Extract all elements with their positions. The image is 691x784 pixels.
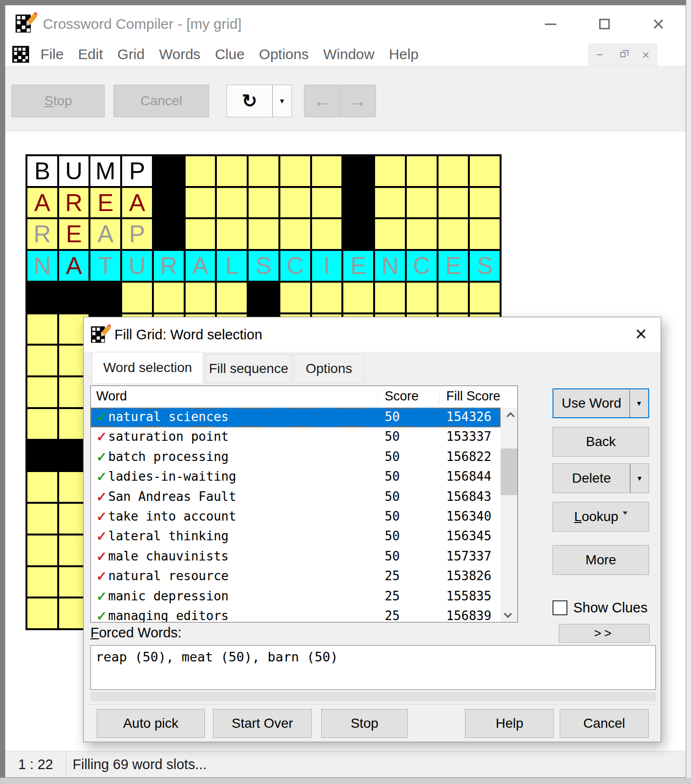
grid-cell[interactable] (375, 283, 405, 312)
column-header-fill-score[interactable]: Fill Score (446, 389, 501, 404)
grid-cell[interactable] (27, 346, 57, 375)
grid-cell[interactable] (470, 188, 500, 218)
more-button[interactable]: More (553, 545, 649, 575)
word-list-row[interactable]: ✓saturation point50153337 (91, 427, 501, 447)
delete-button[interactable]: Delete ▼ (553, 463, 649, 493)
grid-cell[interactable] (186, 283, 215, 312)
grid-cell[interactable]: C (407, 251, 437, 281)
grid-cell[interactable]: S (470, 251, 500, 281)
grid-cell[interactable] (27, 598, 57, 628)
grid-cell[interactable]: R (59, 188, 89, 218)
menu-clue[interactable]: Clue (208, 43, 252, 66)
grid-cell[interactable] (186, 156, 215, 186)
grid-cell[interactable] (27, 567, 57, 597)
grid-cell[interactable] (470, 156, 500, 186)
word-list-row[interactable]: ✓manic depression25155835 (91, 587, 501, 607)
refill-dropdown[interactable]: ▼ (273, 85, 291, 117)
grid-cell[interactable]: T (90, 251, 120, 281)
grid-cell[interactable] (217, 156, 247, 186)
grid-cell[interactable] (312, 156, 342, 186)
grid-cell[interactable] (27, 283, 57, 312)
grid-cell[interactable] (154, 156, 184, 186)
word-list-row[interactable]: ✓take into account50156340 (91, 507, 501, 527)
forward-arrow-button[interactable]: → (340, 85, 376, 117)
grid-cell[interactable] (375, 156, 405, 186)
grid-cell[interactable] (439, 219, 468, 249)
grid-cell[interactable]: E (59, 219, 89, 249)
grid-cell[interactable] (249, 283, 278, 312)
grid-cell[interactable]: E (343, 251, 373, 281)
grid-cell[interactable]: A (59, 251, 89, 281)
dialog-cancel-button[interactable]: Cancel (560, 709, 649, 738)
grid-cell[interactable]: N (27, 251, 57, 281)
grid-cell[interactable] (27, 504, 57, 534)
grid-cell[interactable] (27, 377, 57, 407)
grid-cell[interactable] (122, 283, 152, 312)
grid-cell[interactable] (407, 156, 437, 186)
grid-cell[interactable] (186, 188, 215, 218)
menu-window[interactable]: Window (316, 43, 382, 66)
back-arrow-button[interactable]: ← (304, 85, 340, 117)
stop-button[interactable]: Stop (12, 85, 105, 117)
grid-cell[interactable] (27, 472, 57, 502)
grid-cell[interactable] (154, 188, 184, 218)
dialog-close-button[interactable]: × (625, 317, 657, 351)
mdi-minimize-button[interactable] (588, 43, 611, 66)
word-list-row[interactable]: ✓natural sciences50154326 (91, 408, 501, 427)
column-header-score[interactable]: Score (385, 389, 419, 404)
grid-cell[interactable] (280, 283, 310, 312)
grid-cell[interactable]: P (122, 219, 152, 249)
grid-cell[interactable] (59, 283, 89, 312)
grid-cell[interactable]: L (217, 251, 247, 281)
grid-cell[interactable]: I (312, 251, 342, 281)
tab-fill-sequence[interactable]: Fill sequence (205, 354, 292, 383)
scroll-down-button[interactable] (501, 605, 517, 622)
use-word-dropdown-icon[interactable]: ▼ (630, 399, 648, 407)
grid-cell[interactable] (280, 219, 310, 249)
start-over-button[interactable]: Start Over (213, 709, 312, 738)
grid-cell[interactable] (343, 156, 373, 186)
grid-cell[interactable]: A (186, 251, 215, 281)
grid-cell[interactable] (470, 283, 500, 312)
maximize-button[interactable] (592, 5, 617, 43)
grid-cell[interactable]: P (122, 156, 152, 186)
word-list-row[interactable]: ✓San Andreas Fault50156843 (91, 487, 501, 507)
menu-edit[interactable]: Edit (71, 43, 110, 66)
grid-cell[interactable] (375, 219, 405, 249)
delete-dropdown-icon[interactable]: ▼ (630, 474, 649, 482)
menu-help[interactable]: Help (382, 43, 426, 66)
grid-cell[interactable] (154, 219, 184, 249)
use-word-button[interactable]: Use Word ▼ (553, 388, 649, 418)
grid-cell[interactable]: N (375, 251, 405, 281)
dialog-stop-button[interactable]: Stop (321, 709, 408, 738)
grid-cell[interactable] (343, 283, 373, 312)
grid-cell[interactable] (343, 188, 373, 218)
grid-cell[interactable]: S (249, 251, 278, 281)
grid-cell[interactable] (27, 314, 57, 344)
menu-options[interactable]: Options (252, 43, 316, 66)
grid-cell[interactable] (217, 219, 247, 249)
expand-button[interactable]: >> (559, 624, 650, 643)
grid-cell[interactable] (439, 283, 468, 312)
grid-cell[interactable] (312, 219, 342, 249)
grid-cell[interactable] (312, 283, 342, 312)
word-list-row[interactable]: ✓managing editors25156839 (91, 607, 501, 622)
menu-file[interactable]: File (33, 43, 71, 66)
tab-word-selection[interactable]: Word selection (92, 352, 203, 383)
grid-cell[interactable]: B (27, 156, 57, 186)
show-clues-checkbox[interactable] (553, 600, 567, 615)
grid-cell[interactable]: E (439, 251, 468, 281)
scroll-up-button[interactable] (501, 408, 517, 424)
grid-cell[interactable] (217, 283, 247, 312)
tab-options[interactable]: Options (294, 354, 364, 383)
grid-cell[interactable] (312, 188, 342, 218)
minimize-button[interactable] (538, 5, 563, 43)
grid-cell[interactable] (407, 219, 437, 249)
grid-cell[interactable] (375, 188, 405, 218)
grid-cell[interactable]: U (122, 251, 152, 281)
cancel-button[interactable]: Cancel (113, 85, 209, 117)
grid-cell[interactable]: M (90, 156, 120, 186)
grid-cell[interactable] (280, 156, 310, 186)
grid-cell[interactable] (217, 188, 247, 218)
word-list-row[interactable]: ✓male chauvinists50157337 (91, 547, 501, 567)
